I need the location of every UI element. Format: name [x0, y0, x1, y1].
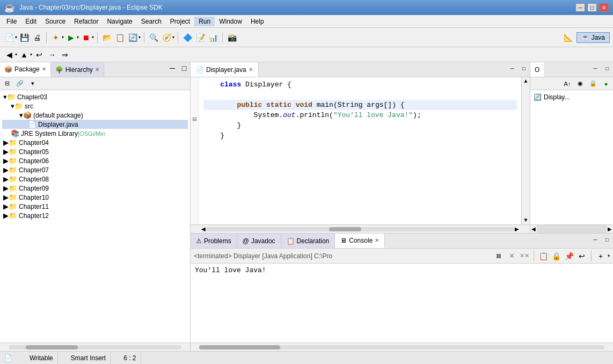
- back-button[interactable]: ◀: [3, 49, 15, 61]
- collapse-btn[interactable]: [193, 94, 196, 105]
- tree-item-src[interactable]: ▾📁 src: [2, 101, 188, 111]
- tree-item-chapter10[interactable]: ▶📁 Chapter10: [2, 193, 188, 202]
- tree-item-chapter06[interactable]: ▶📁 Chapter06: [2, 156, 188, 165]
- code-content[interactable]: class Displayer { public static void mai…: [199, 77, 521, 224]
- right-scroll-track[interactable]: [537, 225, 607, 233]
- tree-item-chapter12[interactable]: ▶📁 Chapter12: [2, 211, 188, 220]
- bottom-minimize[interactable]: ─: [589, 234, 601, 245]
- console-terminate2-btn[interactable]: ✕✕: [519, 250, 530, 262]
- tab-javadoc[interactable]: @ Javadoc: [237, 234, 281, 248]
- console-lock-btn[interactable]: 🔒: [550, 250, 562, 262]
- menu-navigate[interactable]: Navigate: [103, 17, 136, 26]
- console-hscrollbar[interactable]: [191, 343, 613, 351]
- left-panel-minimize[interactable]: ─: [166, 62, 178, 74]
- forward-button3[interactable]: ⇒: [59, 49, 71, 61]
- menu-project[interactable]: Project: [166, 17, 194, 26]
- perspective-open-button[interactable]: 📐: [563, 32, 574, 43]
- outline-item-display[interactable]: 🔄 Display...: [532, 92, 611, 102]
- tree-item-chapter03[interactable]: ▾📁 Chapter03: [2, 92, 188, 101]
- right-maximize[interactable]: □: [601, 62, 613, 74]
- menu-run[interactable]: Run: [194, 17, 215, 26]
- console-word-wrap-btn[interactable]: ↩: [576, 250, 588, 262]
- menu-refactor[interactable]: Refactor: [70, 17, 103, 26]
- hscrollbar-thumb[interactable]: [329, 227, 361, 231]
- tree-item-default-package[interactable]: ▾📦 (default package): [2, 111, 188, 120]
- outline-tab[interactable]: O: [530, 62, 544, 77]
- menu-edit[interactable]: Edit: [21, 17, 41, 26]
- close-button[interactable]: ✕: [599, 3, 609, 12]
- navigate-button[interactable]: 🧭: [160, 32, 172, 43]
- new-dropdown[interactable]: 📄 ▾: [3, 32, 17, 43]
- tree-item-displayer[interactable]: 📄 Displayer.java: [2, 120, 188, 129]
- outline-sort-btn[interactable]: A↑: [561, 78, 573, 90]
- editor-vscrollbar[interactable]: ▲ ▼: [521, 77, 530, 224]
- menu-help[interactable]: Help: [246, 17, 268, 26]
- editor-minimize[interactable]: ─: [506, 62, 518, 74]
- forward-button2[interactable]: →: [46, 49, 58, 61]
- up-button[interactable]: ▲: [18, 49, 30, 61]
- debug-button[interactable]: ✦: [50, 32, 62, 43]
- tree-item-chapter04[interactable]: ▶📁 Chapter04: [2, 138, 188, 147]
- console-stop-btn[interactable]: ⏹: [493, 250, 505, 262]
- prev-edit-button[interactable]: 🔷: [181, 32, 193, 43]
- tree-item-chapter07[interactable]: ▶📁 Chapter07: [2, 165, 188, 174]
- console-tab-close[interactable]: ✕: [375, 237, 379, 243]
- console-content[interactable]: You'll love Java!: [191, 264, 613, 343]
- console-pin-btn[interactable]: 📌: [563, 250, 575, 262]
- tab-declaration[interactable]: 📋 Declaration: [281, 234, 335, 248]
- minimize-button[interactable]: ─: [575, 3, 585, 12]
- maximize-button[interactable]: □: [587, 3, 597, 12]
- tab-problems[interactable]: ⚠ Problems: [191, 234, 237, 248]
- save-button[interactable]: 💾: [18, 32, 30, 43]
- console-copy-btn[interactable]: 📋: [537, 250, 549, 262]
- right-scroll-left[interactable]: ◀: [530, 225, 537, 233]
- tree-item-chapter05[interactable]: ▶📁 Chapter05: [2, 147, 188, 156]
- editor-tab-close[interactable]: ✕: [249, 67, 253, 72]
- menu-window[interactable]: Window: [215, 17, 246, 26]
- hierarchy-tab-close[interactable]: ✕: [95, 67, 99, 72]
- tree-item-jre[interactable]: 📚 JRE System Library [OSGi/Min: [2, 129, 188, 138]
- package-explorer-tab[interactable]: 📦 Package ✕: [0, 62, 51, 77]
- scroll-down-btn[interactable]: ▼: [523, 216, 528, 224]
- scroll-left-btn[interactable]: ◀: [201, 226, 206, 232]
- console-terminate-btn[interactable]: ✕: [506, 250, 517, 262]
- right-minimize[interactable]: ─: [589, 62, 601, 74]
- scroll-up-btn[interactable]: ▲: [523, 77, 528, 85]
- console-scroll-thumb[interactable]: [199, 345, 280, 350]
- open-resource-button[interactable]: 📋: [114, 32, 126, 43]
- view-menu-button[interactable]: ▾: [27, 78, 39, 90]
- stop-button[interactable]: ⏹: [80, 32, 92, 43]
- editor-hscrollbar[interactable]: ◀ ▶: [191, 224, 530, 233]
- tree-item-chapter08[interactable]: ▶📁 Chapter08: [2, 174, 188, 184]
- collapse-method-btn[interactable]: ⊟: [193, 115, 196, 125]
- tree-item-chapter09[interactable]: ▶📁 Chapter09: [2, 184, 188, 193]
- menu-file[interactable]: File: [2, 17, 21, 26]
- editor-tab-displayer[interactable]: 📄 Displayer.java ✕: [191, 62, 259, 77]
- hscrollbar-track[interactable]: [206, 227, 515, 231]
- outline-hide2-btn[interactable]: 🔒: [587, 78, 599, 90]
- outline-hide-btn[interactable]: ◉: [574, 78, 586, 90]
- right-scroll-right[interactable]: ▶: [607, 225, 613, 233]
- forward-button1[interactable]: ↩: [33, 49, 45, 61]
- print-button[interactable]: 🖨: [31, 32, 43, 43]
- new-button[interactable]: 📄: [3, 32, 15, 43]
- search-button[interactable]: 🔍: [148, 32, 159, 43]
- hierarchy-tab[interactable]: 🌳 Hierarchy ✕: [51, 62, 104, 77]
- next-edit-button[interactable]: 📝: [194, 32, 206, 43]
- menu-search[interactable]: Search: [137, 17, 166, 26]
- editor-maximize[interactable]: □: [518, 62, 530, 74]
- scroll-right-btn[interactable]: ▶: [515, 226, 519, 232]
- snapshot-button[interactable]: 📸: [226, 32, 238, 43]
- open-type-button[interactable]: 📂: [101, 32, 113, 43]
- tab-console[interactable]: 🖥 Console ✕: [335, 234, 385, 248]
- bottom-maximize[interactable]: □: [601, 234, 613, 245]
- menu-source[interactable]: Source: [41, 17, 70, 26]
- run-button[interactable]: ▶: [65, 32, 77, 43]
- java-perspective-button[interactable]: ☕ Java: [576, 32, 610, 43]
- console-new-btn[interactable]: +: [595, 250, 607, 262]
- outline-filter-btn[interactable]: ●: [600, 78, 612, 90]
- refresh-button[interactable]: 🔄: [127, 32, 138, 43]
- right-hscrollbar[interactable]: ◀ ▶: [530, 224, 613, 233]
- left-panel-maximize[interactable]: □: [178, 62, 190, 74]
- package-tab-close[interactable]: ✕: [42, 66, 46, 72]
